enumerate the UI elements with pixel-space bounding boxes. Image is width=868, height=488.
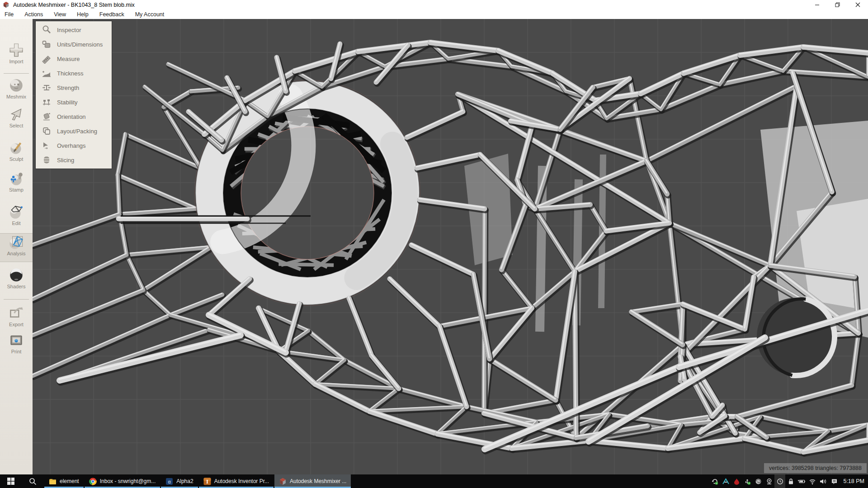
menu-actions[interactable]: Actions: [19, 9, 48, 19]
taskbar-button-meshmixer[interactable]: Autodesk Meshmixer ...: [274, 474, 351, 488]
restore-button[interactable]: [827, 0, 848, 9]
magnifier-icon: [42, 25, 52, 35]
window-controls: [807, 0, 868, 9]
taskbar-button-inventor[interactable]: I Autodesk Inventor Pr...: [199, 474, 274, 488]
sync-icon[interactable]: [709, 474, 720, 488]
sidebar-item-sculpt[interactable]: Sculpt: [0, 139, 33, 167]
sidebar-item-stamp[interactable]: Stamp: [0, 170, 33, 198]
taskbar-search-button[interactable]: [22, 474, 43, 488]
search-icon: [29, 478, 37, 485]
tool-sidebar: Import Meshmix Select: [0, 19, 33, 474]
analysis-menu-panel: Inspector Units/Dimensions Measure Thick…: [35, 21, 112, 169]
title-bar: Autodesk Meshmixer - BK1043_8 Stem blob.…: [0, 0, 868, 9]
export-arrow-icon: [8, 305, 25, 322]
menu-item-units-dimensions[interactable]: Units/Dimensions: [36, 37, 112, 52]
shaders-sphere-icon: [8, 267, 25, 284]
import-plus-icon: [8, 42, 25, 59]
sidebar-item-import[interactable]: Import: [0, 42, 33, 70]
clock-icon[interactable]: [774, 474, 785, 488]
taskbar-button-element[interactable]: element: [44, 474, 84, 488]
menu-feedback[interactable]: Feedback: [94, 9, 130, 19]
sculpt-brush-icon: [8, 139, 25, 156]
menu-item-measure[interactable]: Measure: [36, 52, 112, 66]
menu-item-overhangs[interactable]: Overhangs: [36, 138, 112, 153]
menu-item-stability[interactable]: Stability: [36, 95, 112, 109]
sidebar-item-analysis[interactable]: Analysis: [0, 233, 33, 262]
menu-item-strength[interactable]: Strength: [36, 80, 112, 95]
notifications-icon[interactable]: [829, 474, 840, 488]
sidebar-item-edit[interactable]: Edit: [0, 203, 33, 231]
sidebar-divider: [4, 73, 29, 74]
svg-text:α: α: [168, 479, 171, 484]
menu-item-slicing[interactable]: Slicing: [36, 153, 112, 167]
start-button[interactable]: [0, 474, 22, 488]
window-title: Autodesk Meshmixer - BK1043_8 Stem blob.…: [13, 2, 135, 8]
autodesk-icon[interactable]: [720, 474, 731, 488]
drop-icon[interactable]: [731, 474, 742, 488]
sidebar-item-export[interactable]: Export: [0, 305, 33, 333]
analysis-mesh-icon: [8, 234, 25, 251]
mesh-stats-badge: vertices: 3985298 triangles: 7973888: [764, 463, 867, 473]
sidebar-item-select[interactable]: Select: [0, 106, 33, 134]
menu-item-thickness[interactable]: Thickness: [36, 66, 112, 80]
battery-icon[interactable]: [796, 474, 807, 488]
windows-logo-icon: [7, 478, 14, 485]
taskbar-button-alpha2[interactable]: α Alpha2: [161, 474, 198, 488]
menu-help[interactable]: Help: [71, 9, 94, 19]
sidebar-divider: [4, 299, 29, 300]
menu-item-layout-packing[interactable]: Layout/Packing: [36, 124, 112, 138]
taskbar-clock[interactable]: 5:18 PM: [843, 478, 864, 484]
taskbar-button-inbox-chrome[interactable]: Inbox - snwright@gm...: [85, 474, 160, 488]
edit-wireframe-icon: [8, 203, 25, 221]
menu-my-account[interactable]: My Account: [130, 9, 170, 19]
stamp-icon: [8, 170, 25, 187]
system-tray: 5:18 PM: [709, 474, 868, 488]
sidebar-item-meshmix[interactable]: Meshmix: [0, 77, 33, 105]
stability-icon: [42, 97, 52, 107]
lock-icon[interactable]: [785, 474, 796, 488]
usb-eject-icon[interactable]: [742, 474, 753, 488]
sidebar-item-shaders[interactable]: Shaders: [0, 267, 33, 295]
print-3d-icon: [8, 332, 25, 349]
chrome-icon: [89, 478, 97, 485]
windows-taskbar: element Inbox - snwright@gm... α Alpha2: [0, 474, 868, 488]
menu-bar: File Actions View Help Feedback My Accou…: [0, 9, 868, 19]
units-dimensions-icon: [42, 39, 52, 49]
meshmixer-icon: [279, 478, 287, 485]
inventor-icon: I: [203, 478, 211, 485]
menu-file[interactable]: File: [0, 9, 19, 19]
minimize-button[interactable]: [807, 0, 827, 9]
camera-icon[interactable]: [764, 474, 774, 488]
swirl-icon[interactable]: [753, 474, 764, 488]
meshmixer-window: Autodesk Meshmixer - BK1043_8 Stem blob.…: [0, 0, 868, 488]
wifi-icon[interactable]: [807, 474, 818, 488]
orientation-icon: [42, 112, 52, 122]
thickness-icon: [42, 68, 52, 78]
menu-item-inspector[interactable]: Inspector: [36, 23, 112, 37]
menu-view[interactable]: View: [48, 9, 71, 19]
volume-icon[interactable]: [818, 474, 829, 488]
menu-item-orientation[interactable]: Orientation: [36, 109, 112, 124]
ruler-icon: [42, 54, 52, 64]
slicing-icon: [42, 155, 52, 165]
layout-packing-icon: [42, 126, 52, 136]
sidebar-item-print[interactable]: Print: [0, 332, 33, 360]
alpha2-icon: α: [165, 478, 173, 485]
svg-text:I: I: [206, 479, 208, 485]
overhangs-icon: [42, 141, 52, 150]
close-button[interactable]: [848, 0, 868, 9]
folder-icon: [49, 478, 57, 485]
lattice-model-scene: [33, 19, 868, 474]
meshmix-sphere-icon: [8, 77, 25, 94]
select-arrow-icon: [8, 106, 25, 123]
strength-icon: [42, 83, 52, 93]
3d-viewport[interactable]: vertices: 3985298 triangles: 7973888: [33, 19, 868, 474]
meshmixer-logo-icon: [3, 1, 9, 8]
